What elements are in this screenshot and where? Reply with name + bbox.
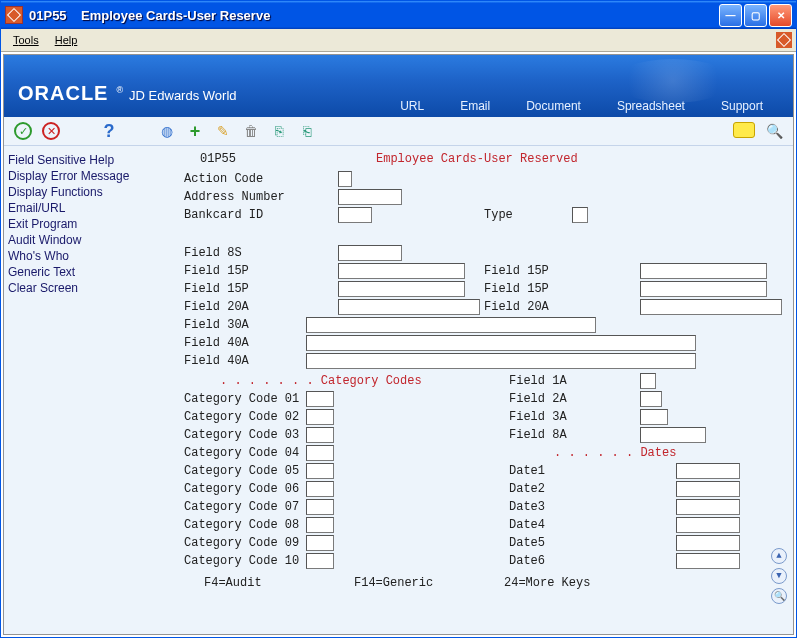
input-date6[interactable] [676, 553, 740, 569]
lbl-date1: Date1 [509, 464, 545, 478]
input-f40a-2[interactable] [306, 353, 696, 369]
zoom-icon[interactable]: 🔍 [771, 588, 787, 604]
input-f8a[interactable] [640, 427, 706, 443]
link-url[interactable]: URL [400, 99, 424, 113]
sidebar-item[interactable]: Who's Who [8, 248, 170, 264]
input-cat02[interactable] [306, 409, 334, 425]
export-icon[interactable]: ⎘ [270, 122, 288, 140]
input-f30a[interactable] [306, 317, 596, 333]
toolbar: ✓ ✕ ? ◍ + ✎ 🗑 ⎘ ⎗ 🔍 [4, 117, 793, 146]
search-icon[interactable]: 🔍 [765, 122, 783, 140]
lbl-cat08: Category Code 08 [184, 518, 299, 532]
input-f20a-r[interactable] [640, 299, 782, 315]
lbl-f20a-l: Field 20A [184, 300, 249, 314]
menu-tools[interactable]: Tools [5, 32, 47, 48]
note-icon[interactable] [733, 122, 755, 138]
oracle-corner-icon [776, 32, 792, 48]
sidebar-item[interactable]: Display Error Message [8, 168, 170, 184]
title-code: 01P55 [29, 8, 67, 23]
input-cat04[interactable] [306, 445, 334, 461]
input-f1a[interactable] [640, 373, 656, 389]
sidebar-item[interactable]: Clear Screen [8, 280, 170, 296]
close-button[interactable]: ✕ [769, 4, 792, 27]
lbl-action-code: Action Code [184, 172, 263, 186]
input-f15p-2r[interactable] [640, 281, 767, 297]
lbl-f8s: Field 8S [184, 246, 242, 260]
input-cat06[interactable] [306, 481, 334, 497]
input-action-code[interactable] [338, 171, 352, 187]
edit-icon[interactable]: ✎ [214, 122, 232, 140]
add-icon[interactable]: + [186, 122, 204, 140]
terminal-content: 01P55 Employee Cards-User Reserved Actio… [174, 146, 793, 634]
input-cat09[interactable] [306, 535, 334, 551]
footer-f24: 24=More Keys [504, 576, 590, 590]
input-f15p-2l[interactable] [338, 281, 465, 297]
input-date4[interactable] [676, 517, 740, 533]
link-support[interactable]: Support [721, 99, 763, 113]
sidebar-item[interactable]: Display Functions [8, 184, 170, 200]
sidebar-item[interactable]: Exit Program [8, 216, 170, 232]
side-nav-icons: ▲ ▼ 🔍 [771, 548, 787, 604]
input-cat01[interactable] [306, 391, 334, 407]
input-date1[interactable] [676, 463, 740, 479]
window-title: 01P55 Employee Cards-User Reserve [29, 8, 719, 23]
sidebar-item[interactable]: Field Sensitive Help [8, 152, 170, 168]
input-f2a[interactable] [640, 391, 662, 407]
banner-links: URL Email Document Spreadsheet Support [400, 99, 763, 113]
ok-icon[interactable]: ✓ [14, 122, 32, 140]
input-f15p-1r[interactable] [640, 263, 767, 279]
input-cat07[interactable] [306, 499, 334, 515]
maximize-button[interactable]: ▢ [744, 4, 767, 27]
input-cat08[interactable] [306, 517, 334, 533]
sidebar-item[interactable]: Audit Window [8, 232, 170, 248]
link-spreadsheet[interactable]: Spreadsheet [617, 99, 685, 113]
scroll-down-icon[interactable]: ▼ [771, 568, 787, 584]
input-date5[interactable] [676, 535, 740, 551]
sidebar-item[interactable]: Email/URL [8, 200, 170, 216]
input-cat03[interactable] [306, 427, 334, 443]
menu-help[interactable]: Help [47, 32, 86, 48]
input-cat10[interactable] [306, 553, 334, 569]
lbl-cat02: Category Code 02 [184, 410, 299, 424]
lbl-cat09: Category Code 09 [184, 536, 299, 550]
footer-f4: F4=Audit [204, 576, 262, 590]
lbl-cat03: Category Code 03 [184, 428, 299, 442]
lbl-cat04: Category Code 04 [184, 446, 299, 460]
input-bankcard-id[interactable] [338, 207, 372, 223]
input-address-number[interactable] [338, 189, 402, 205]
lbl-date2: Date2 [509, 482, 545, 496]
sidebar-item[interactable]: Generic Text [8, 264, 170, 280]
minimize-button[interactable]: — [719, 4, 742, 27]
input-f3a[interactable] [640, 409, 668, 425]
scroll-up-icon[interactable]: ▲ [771, 548, 787, 564]
banner-decoration [613, 59, 733, 103]
delete-icon[interactable]: 🗑 [242, 122, 260, 140]
input-cat05[interactable] [306, 463, 334, 479]
info-icon[interactable]: ◍ [158, 122, 176, 140]
input-date3[interactable] [676, 499, 740, 515]
help-icon[interactable]: ? [100, 122, 118, 140]
lbl-f20a-r: Field 20A [484, 300, 549, 314]
menubar: Tools Help [1, 29, 796, 52]
lbl-f15p-1r: Field 15P [484, 264, 549, 278]
input-type[interactable] [572, 207, 588, 223]
input-f20a-l[interactable] [338, 299, 480, 315]
input-f40a-1[interactable] [306, 335, 696, 351]
lbl-cat06: Category Code 06 [184, 482, 299, 496]
lbl-cat10: Category Code 10 [184, 554, 299, 568]
screen-id: 01P55 [200, 152, 236, 166]
lbl-f2a: Field 2A [509, 392, 567, 406]
input-f15p-1l[interactable] [338, 263, 465, 279]
lbl-date5: Date5 [509, 536, 545, 550]
input-f8s[interactable] [338, 245, 402, 261]
cancel-icon[interactable]: ✕ [42, 122, 60, 140]
import-icon[interactable]: ⎗ [298, 122, 316, 140]
link-email[interactable]: Email [460, 99, 490, 113]
lbl-f15p-1: Field 15P [184, 264, 249, 278]
input-date2[interactable] [676, 481, 740, 497]
lbl-cat07: Category Code 07 [184, 500, 299, 514]
link-document[interactable]: Document [526, 99, 581, 113]
app-icon [5, 6, 23, 24]
lbl-f1a: Field 1A [509, 374, 567, 388]
lbl-address-number: Address Number [184, 190, 285, 204]
